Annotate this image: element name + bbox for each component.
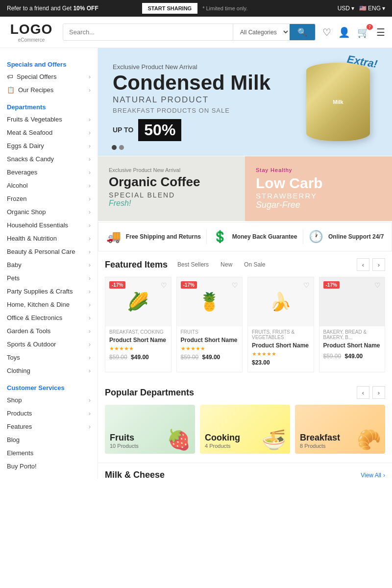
chevron-icon: ›	[89, 182, 91, 189]
sidebar-item-pets[interactable]: Pets›	[0, 271, 98, 285]
sidebar-item-beverages[interactable]: Beverages›	[0, 166, 98, 179]
feature-support-text: Online Support 24/7	[328, 233, 384, 240]
sidebar-item-features[interactable]: Features›	[0, 420, 98, 433]
sidebar-item-special-offers[interactable]: 🏷Special Offers ›	[0, 70, 98, 83]
chevron-icon: ›	[89, 156, 91, 163]
menu-icon[interactable]: ☰	[376, 26, 385, 38]
view-all-link[interactable]: View All ›	[361, 472, 385, 479]
customer-services-title: Customer Services	[0, 381, 98, 393]
wishlist-button[interactable]: ♡	[374, 281, 381, 289]
sidebar-item-blog[interactable]: Blog	[0, 433, 98, 446]
feature-support: 🕐 Online Support 24/7	[309, 230, 384, 244]
feature-divider-1	[206, 229, 207, 244]
category-select[interactable]: All Categories	[233, 24, 290, 40]
sidebar-item-alcohol[interactable]: Alcohol›	[0, 179, 98, 192]
sidebar-item-meat---seafood[interactable]: Meat & Seafood›	[0, 126, 98, 139]
sidebar-item-buy-porto-[interactable]: Buy Porto!	[0, 460, 98, 473]
wishlist-icon[interactable]: ♡	[322, 26, 331, 38]
logo-text: LOGO	[7, 22, 56, 37]
wishlist-button[interactable]: ♡	[161, 281, 167, 289]
dept-card-breakfast[interactable]: Breakfast 8 Products 🥐	[295, 405, 385, 454]
sidebar-item-beauty---personal-care[interactable]: Beauty & Personal Care›	[0, 245, 98, 258]
sidebar-item-frozen[interactable]: Frozen›	[0, 192, 98, 205]
referral-text: Refer to a friend and Get 10% OFF	[7, 5, 137, 12]
milk-cheese-title: Milk & Cheese	[105, 470, 165, 480]
limited-text: * Limited time only.	[202, 5, 333, 11]
start-sharing-button[interactable]: START SHARING	[142, 3, 198, 14]
tab-best-sellers[interactable]: Best Sellers	[175, 260, 211, 269]
sidebar-item-shop[interactable]: Shop›	[0, 393, 98, 407]
sub-title: Organic Coffee	[109, 175, 234, 189]
sidebar-item-household-essentials[interactable]: Household Essentials›	[0, 219, 98, 232]
dept-emoji: 🍜	[262, 428, 286, 451]
cart-icon[interactable]: 🛒 7	[357, 26, 369, 38]
dept-card-cooking[interactable]: Cooking 4 Products 🍜	[200, 405, 290, 454]
stay-healthy: Stay Healthy	[256, 167, 381, 173]
language-selector[interactable]: 🇺🇸 ENG ▾	[359, 5, 385, 12]
sidebar-item-baby[interactable]: Baby›	[0, 258, 98, 271]
milk-cheese-row: Milk & Cheese View All ›	[98, 463, 392, 483]
search-input[interactable]	[63, 24, 233, 40]
chevron-icon: ›	[89, 248, 91, 255]
dept-info: Fruits 10 Products	[110, 433, 139, 449]
low-carb-title: Low Carb	[256, 175, 381, 192]
logo[interactable]: LOGO eCommerce	[7, 22, 56, 43]
dept-emoji: 🍓	[167, 428, 191, 451]
search-button[interactable]: 🔍	[290, 24, 315, 40]
sidebar-item-clothing[interactable]: Clothing›	[0, 364, 98, 377]
sidebar-item-garden---tools[interactable]: Garden & Tools›	[0, 324, 98, 338]
sidebar-item-our-recipes[interactable]: 📋Our Recipes ›	[0, 83, 98, 97]
wishlist-button[interactable]: ♡	[303, 281, 310, 289]
sidebar-item-eggs---dairy[interactable]: Eggs & Dairy›	[0, 139, 98, 152]
dot-2[interactable]	[119, 145, 124, 150]
chevron-icon: ›	[89, 301, 91, 308]
wishlist-button[interactable]: ♡	[232, 281, 238, 289]
featured-prev-button[interactable]: ‹	[357, 258, 369, 271]
dept-count: 10 Products	[110, 443, 139, 449]
sidebar-item-home--kitchen---dine[interactable]: Home, Kitchen & Dine›	[0, 298, 98, 311]
sidebar-item-fruits---vegetables[interactable]: Fruits & Vegetables›	[0, 113, 98, 126]
discount-pct: 50%	[138, 119, 181, 141]
product-badge: -17%	[109, 281, 125, 289]
sidebar-item-products[interactable]: Products›	[0, 407, 98, 420]
account-icon[interactable]: 👤	[338, 26, 350, 38]
chevron-icon: ›	[89, 341, 91, 348]
chevron-icon: ›	[89, 397, 91, 404]
sidebar-item-sports---outdoor[interactable]: Sports & Outdoor›	[0, 338, 98, 351]
hero-subtitle: NATURAL PRODUCT	[113, 95, 377, 105]
tab-new[interactable]: New	[219, 260, 234, 269]
hero-exclusive: Exclusive Product New Arrival	[113, 63, 377, 71]
sidebar-item-elements[interactable]: Elements	[0, 446, 98, 460]
top-bar-right: USD ▾ 🇺🇸 ENG ▾	[338, 5, 385, 12]
sub-fresh: Fresh!	[109, 199, 234, 208]
hero-sale: BREAKFAST PRODUCTS ON SALE	[113, 107, 377, 114]
up-to-text: UP TO	[113, 126, 133, 134]
chevron-icon: ›	[89, 196, 91, 202]
moneyback-icon: 💲	[213, 230, 227, 244]
featured-title: Featured Items	[105, 260, 168, 270]
chevron-icon: ›	[89, 315, 91, 321]
sidebar-item-office---electronics[interactable]: Office & Electronics›	[0, 311, 98, 324]
depts-prev-button[interactable]: ‹	[357, 386, 369, 399]
sub-banner-lowcarb[interactable]: Stay Healthy Low Carb STRAWBERRY Sugar-F…	[245, 156, 392, 221]
chevron-icon: ›	[89, 87, 91, 94]
chevron-icon: ›	[89, 410, 91, 417]
sidebar-item-health---nutrition[interactable]: Health & Nutrition›	[0, 232, 98, 245]
popular-depts-title: Popular Departments	[105, 388, 194, 398]
dept-card-fruits[interactable]: Fruits 10 Products 🍓	[105, 405, 195, 454]
dot-1[interactable]	[112, 145, 117, 150]
chevron-icon: ›	[89, 129, 91, 136]
sub-banner-organic[interactable]: Exclusive Product New Arrival Organic Co…	[98, 156, 245, 221]
currency-selector[interactable]: USD ▾	[338, 5, 354, 12]
sidebar-item-snacks---candy[interactable]: Snacks & Candy›	[0, 152, 98, 166]
sidebar-item-toys[interactable]: Toys›	[0, 351, 98, 364]
sidebar-item-organic-shop[interactable]: Organic Shop›	[0, 205, 98, 219]
tab-on-sale[interactable]: On Sale	[242, 260, 267, 269]
top-bar: Refer to a friend and Get 10% OFF START …	[0, 0, 392, 17]
chevron-icon: ›	[89, 262, 91, 269]
header-icons: ♡ 👤 🛒 7 ☰	[322, 26, 385, 38]
featured-nav: ‹ ›	[357, 258, 385, 271]
featured-next-button[interactable]: ›	[372, 258, 385, 271]
sidebar-item-party-supplies---crafts[interactable]: Party Supplies & Crafts›	[0, 285, 98, 298]
depts-next-button[interactable]: ›	[372, 386, 385, 399]
